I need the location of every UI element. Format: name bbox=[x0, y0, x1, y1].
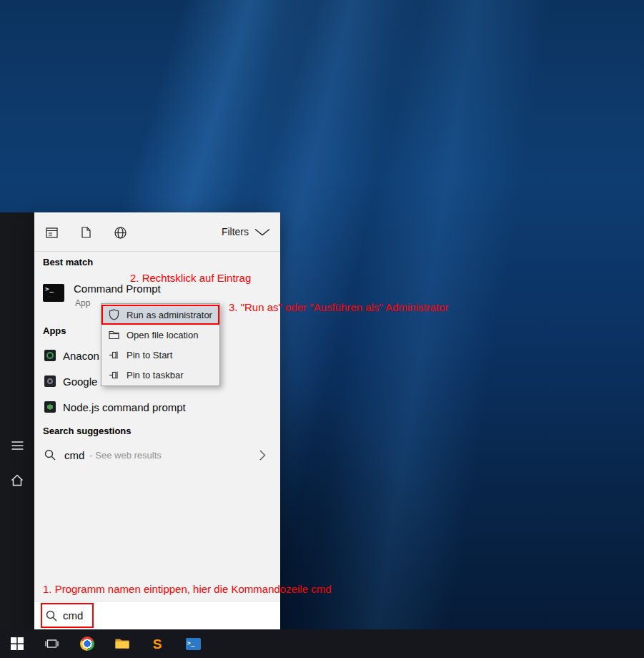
pin-icon bbox=[109, 370, 119, 380]
powershell-glyph: >_ bbox=[187, 639, 195, 647]
search-icon bbox=[44, 449, 56, 461]
apps-header: Apps bbox=[43, 325, 66, 336]
folder-icon bbox=[115, 638, 129, 649]
web-icon bbox=[114, 227, 127, 239]
apps-icon bbox=[46, 227, 58, 238]
sublime-text-button[interactable]: S bbox=[143, 629, 172, 658]
suggestion-hint: - See web results bbox=[89, 450, 161, 461]
home-icon bbox=[11, 474, 24, 486]
menu-button[interactable] bbox=[0, 431, 34, 460]
result-title: Command Prompt bbox=[74, 283, 161, 295]
search-panel-header: Filters bbox=[34, 212, 280, 252]
menu-item-label: Run as administrator bbox=[127, 310, 212, 320]
menu-item-run-as-administrator[interactable]: Run as administrator bbox=[101, 305, 219, 325]
file-explorer-button[interactable] bbox=[108, 629, 137, 658]
home-button[interactable] bbox=[0, 466, 34, 494]
result-subtitle: App bbox=[75, 298, 90, 308]
filters-label: Filters bbox=[222, 226, 249, 237]
app-row-anaconda[interactable]: Anacon bbox=[44, 349, 99, 362]
search-icon bbox=[46, 610, 57, 622]
pin-icon bbox=[109, 350, 119, 360]
filter-apps-button[interactable] bbox=[41, 222, 62, 243]
suggestion-query: cmd bbox=[64, 449, 84, 461]
start-sidebar bbox=[0, 212, 34, 629]
app-label: Google bbox=[63, 375, 97, 388]
chrome-icon bbox=[80, 637, 94, 651]
windows-logo-icon bbox=[11, 637, 24, 650]
app-label: Anacon bbox=[63, 350, 99, 362]
search-suggestions-header: Search suggestions bbox=[43, 426, 132, 436]
chevron-right-icon[interactable] bbox=[259, 450, 266, 463]
best-match-header: Best match bbox=[43, 257, 93, 267]
context-menu: Run as administrator Open file location … bbox=[101, 303, 220, 386]
menu-item-open-file-location[interactable]: Open file location bbox=[101, 325, 219, 345]
annotation-step2: 2. Rechtsklick auf Eintrag bbox=[130, 272, 251, 284]
suggestion-row-cmd[interactable]: cmd - See web results bbox=[44, 448, 272, 462]
powershell-icon: >_ bbox=[186, 638, 201, 650]
powershell-button[interactable]: >_ bbox=[179, 629, 207, 658]
start-button[interactable] bbox=[3, 629, 31, 658]
menu-item-label: Pin to Start bbox=[127, 350, 172, 360]
filter-web-button[interactable] bbox=[109, 222, 131, 243]
menu-item-label: Pin to taskbar bbox=[127, 370, 184, 380]
menu-item-pin-to-start[interactable]: Pin to Start bbox=[101, 345, 219, 365]
app-row-google[interactable]: Google bbox=[44, 375, 97, 388]
chevron-down-icon bbox=[254, 228, 270, 236]
annotation-step1: 1. Programm namen eintippen, hier die Ko… bbox=[43, 583, 332, 595]
search-input[interactable] bbox=[63, 601, 272, 629]
command-prompt-glyph: >_ bbox=[45, 285, 54, 293]
documents-icon bbox=[81, 227, 91, 238]
shield-icon bbox=[109, 309, 119, 320]
nodejs-icon bbox=[44, 401, 56, 413]
windows-desktop: Filters Best match >_ Command Prompt App… bbox=[0, 0, 644, 658]
folder-location-icon bbox=[109, 330, 119, 340]
search-bar bbox=[34, 601, 280, 629]
filters-dropdown[interactable]: Filters bbox=[222, 222, 270, 241]
menu-item-pin-to-taskbar[interactable]: Pin to taskbar bbox=[101, 365, 219, 385]
taskbar: S >_ bbox=[0, 629, 644, 658]
task-view-button[interactable] bbox=[37, 629, 66, 658]
menu-item-label: Open file location bbox=[127, 330, 198, 340]
sublime-icon: S bbox=[153, 637, 162, 651]
anaconda-icon bbox=[44, 350, 56, 361]
task-view-icon bbox=[45, 638, 59, 649]
chrome-taskbar-button[interactable] bbox=[73, 629, 101, 658]
google-icon bbox=[44, 375, 56, 387]
app-label: Node.js command prompt bbox=[63, 401, 186, 413]
app-row-nodejs[interactable]: Node.js command prompt bbox=[44, 401, 186, 413]
filter-documents-button[interactable] bbox=[75, 222, 96, 243]
hamburger-icon bbox=[11, 441, 24, 451]
annotation-step3: 3. "Run as" oder "Ausführen als" Adminis… bbox=[229, 301, 448, 313]
command-prompt-icon: >_ bbox=[43, 284, 64, 302]
